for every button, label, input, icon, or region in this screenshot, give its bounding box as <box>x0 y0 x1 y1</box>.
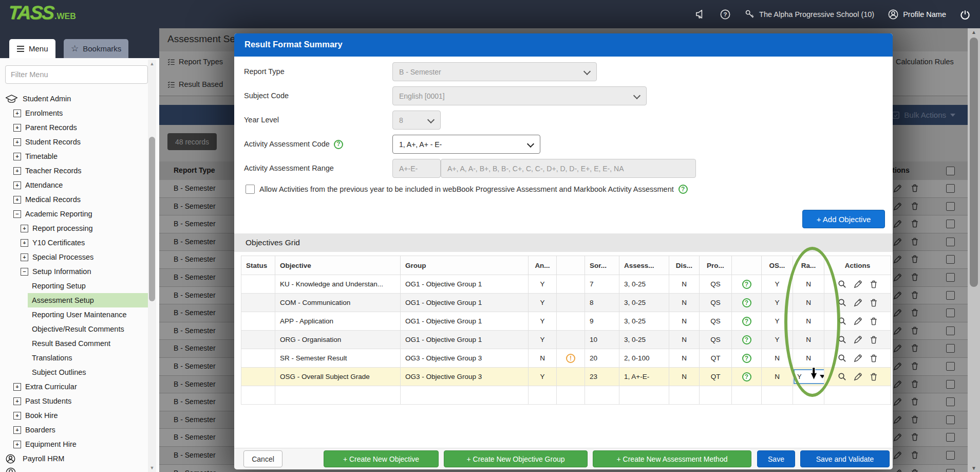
page-scrollbar[interactable]: ▲ ▼ <box>968 28 980 472</box>
sidebar-item-reporting-setup[interactable]: Reporting Setup <box>0 279 148 293</box>
cell-status <box>241 312 275 331</box>
help-icon[interactable]: ? <box>742 335 751 344</box>
help-icon[interactable]: ? <box>742 280 751 289</box>
view-button[interactable] <box>837 298 847 307</box>
sidebar-item-student-admin[interactable]: Student Admin <box>0 92 148 106</box>
collapse-icon[interactable]: − <box>13 210 21 218</box>
edit-button[interactable] <box>853 279 863 289</box>
logout-button[interactable] <box>959 9 971 20</box>
view-button[interactable] <box>837 279 847 289</box>
help-icon[interactable]: ? <box>742 354 751 363</box>
expand-icon[interactable]: + <box>13 196 21 204</box>
allow-activities-checkbox[interactable] <box>246 185 255 194</box>
add-objective-button[interactable]: + Add Objective <box>802 210 885 228</box>
expand-icon[interactable]: + <box>13 124 21 132</box>
sidebar-item-report-processing[interactable]: +Report processing <box>0 221 148 235</box>
scroll-up-icon[interactable]: ▲ <box>968 29 980 35</box>
sidebar-item-student-records[interactable]: +Student Records <box>0 135 148 149</box>
page-scrollbar-thumb[interactable] <box>970 38 978 287</box>
delete-button[interactable] <box>869 298 878 307</box>
save-button[interactable]: Save <box>757 450 795 467</box>
expand-icon[interactable]: + <box>13 181 21 189</box>
tab-menu[interactable]: Menu <box>9 39 55 58</box>
sidebar-item-teacher-records[interactable]: +Teacher Records <box>0 164 148 178</box>
sidebar-item-assessment-setup[interactable]: Assessment Setup <box>0 293 148 307</box>
sidebar-item-result-based-comment[interactable]: Result Based Comment <box>0 336 148 351</box>
sidebar-item-boarders[interactable]: +Boarders <box>0 423 148 437</box>
expand-icon[interactable]: + <box>13 441 21 448</box>
create-new-assessment-method-button[interactable]: + Create New Assessment Method <box>593 450 751 467</box>
tass-logo[interactable]: TASS .WEB <box>8 2 76 24</box>
cancel-button[interactable]: Cancel <box>243 450 282 467</box>
cell-warn <box>557 294 585 312</box>
filter-menu-input[interactable] <box>5 65 148 84</box>
sidebar-item-extra-curricular[interactable]: +Extra Curricular <box>0 379 148 394</box>
sidebar-item-parent-records[interactable]: +Parent Records <box>0 120 148 135</box>
expand-icon[interactable]: + <box>13 138 21 146</box>
scroll-up-icon[interactable]: ▲ <box>148 61 156 66</box>
sidebar-item-label: Attendance <box>25 181 63 189</box>
help-icon[interactable]: ? <box>742 298 751 307</box>
sidebar-item-special-processes[interactable]: +Special Processes <box>0 250 148 264</box>
help-icon[interactable]: ? <box>334 140 343 149</box>
sidebar-item-attendance[interactable]: +Attendance <box>0 178 148 192</box>
sidebar-item-enrolments[interactable]: +Enrolments <box>0 106 148 120</box>
view-button[interactable] <box>837 353 847 363</box>
sidebar-item-setup-information[interactable]: −Setup Information <box>0 264 148 279</box>
tab-bookmarks[interactable]: ☆ Bookmarks <box>64 39 128 58</box>
sidebar-item-book-hire[interactable]: +Book Hire <box>0 408 148 423</box>
school-menu[interactable]: The Alpha Progressive School (10) <box>744 9 874 20</box>
delete-button[interactable] <box>869 280 878 289</box>
sidebar-item-translations[interactable]: Translations <box>0 351 148 365</box>
sidebar-scrollbar-thumb[interactable] <box>149 137 155 301</box>
view-button[interactable] <box>837 372 847 382</box>
expand-icon[interactable]: + <box>21 225 28 232</box>
ra-dropdown[interactable]: Y <box>794 369 824 384</box>
delete-button[interactable] <box>869 354 878 363</box>
sidebar-item-y10-certificates[interactable]: +Y10 Certificates <box>0 235 148 250</box>
activity-assessment-code-select[interactable]: 1, A+, A+ - E- <box>392 135 540 154</box>
expand-icon[interactable]: + <box>13 110 21 117</box>
edit-button[interactable] <box>853 372 863 382</box>
delete-button[interactable] <box>869 372 878 382</box>
scroll-down-icon[interactable]: ▼ <box>148 465 156 470</box>
profile-menu[interactable]: Profile Name <box>888 9 946 20</box>
expand-icon[interactable]: + <box>13 412 21 420</box>
expand-icon[interactable]: + <box>13 426 21 434</box>
sidebar-item-academic-reporting[interactable]: −Academic Reporting <box>0 207 148 221</box>
expand-icon[interactable]: + <box>13 383 21 391</box>
help-icon[interactable]: ? <box>742 317 751 326</box>
view-button[interactable] <box>837 335 847 344</box>
sidebar-item-equipment-hire[interactable]: +Equipment Hire <box>0 437 148 451</box>
sidebar-item-timetable[interactable]: +Timetable <box>0 149 148 164</box>
edit-button[interactable] <box>853 353 863 363</box>
help-icon[interactable]: ? <box>679 185 688 194</box>
sidebar-scrollbar[interactable]: ▲ ▼ <box>148 60 156 472</box>
edit-button[interactable] <box>853 335 863 344</box>
sidebar-item-payroll-hrm[interactable]: Payroll HRM <box>0 451 148 466</box>
help-button[interactable]: ? <box>720 9 731 20</box>
collapse-icon[interactable]: − <box>21 268 28 276</box>
sidebar-item-medical-records[interactable]: +Medical Records <box>0 192 148 207</box>
create-new-objective-group-button[interactable]: + Create New Objective Group <box>444 450 588 467</box>
save-and-validate-button[interactable]: Save and Validate <box>800 450 890 467</box>
scroll-down-icon[interactable]: ▼ <box>968 465 980 471</box>
view-button[interactable] <box>837 316 847 326</box>
expand-icon[interactable]: + <box>21 239 28 247</box>
help-icon[interactable]: ? <box>742 372 751 382</box>
expand-icon[interactable]: + <box>13 153 21 160</box>
delete-button[interactable] <box>869 335 878 344</box>
ra-value: Y <box>797 373 802 380</box>
expand-icon[interactable]: + <box>13 167 21 175</box>
edit-button[interactable] <box>853 316 863 326</box>
delete-button[interactable] <box>869 317 878 326</box>
sidebar-item-subject-outlines[interactable]: Subject Outlines <box>0 365 148 379</box>
create-new-objective-button[interactable]: + Create New Objective <box>324 450 439 467</box>
expand-icon[interactable]: + <box>13 397 21 405</box>
sidebar-item-reporting-user-maintenance[interactable]: Reporting User Maintenance <box>0 307 148 322</box>
edit-button[interactable] <box>853 298 863 307</box>
sidebar-item-objective-result-comments[interactable]: Objective/Result Comments <box>0 322 148 336</box>
announcements-button[interactable] <box>694 8 706 20</box>
sidebar-item-past-students[interactable]: +Past Students <box>0 394 148 408</box>
expand-icon[interactable]: + <box>21 253 28 261</box>
